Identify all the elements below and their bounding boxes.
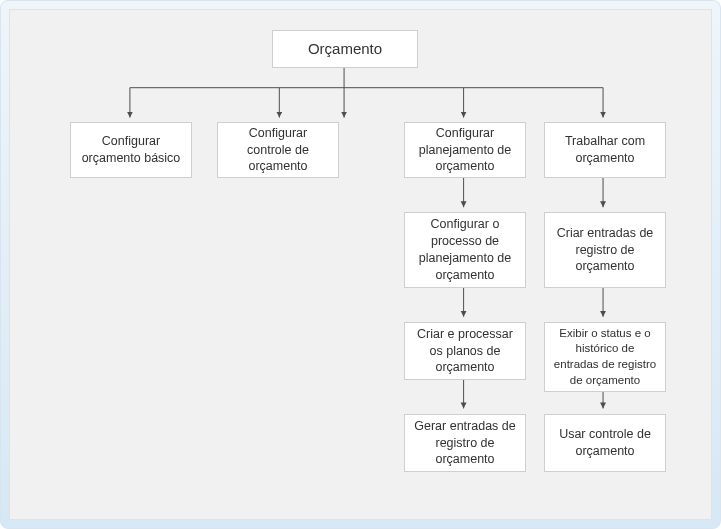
node-configurar-orcamento-basico: Configurar orçamento básico	[70, 122, 192, 178]
node-configurar-planejamento-orcamento: Configurar planejamento de orçamento	[404, 122, 526, 178]
node-criar-entradas-registro: Criar entradas de registro de orçamento	[544, 212, 666, 288]
node-label: Criar entradas de registro de orçamento	[553, 225, 657, 276]
node-label: Configurar o processo de planejamento de…	[413, 216, 517, 284]
node-criar-processar-planos: Criar e processar os planos de orçamento	[404, 322, 526, 380]
diagram-canvas: Orçamento Configurar orçamento básico Co…	[9, 9, 712, 520]
node-label: Usar controle de orçamento	[553, 426, 657, 460]
node-configurar-controle-orcamento: Configurar controle de orçamento	[217, 122, 339, 178]
diagram-frame: Orçamento Configurar orçamento básico Co…	[0, 0, 721, 529]
node-label: Orçamento	[308, 39, 382, 59]
node-label: Criar e processar os planos de orçamento	[413, 326, 517, 377]
node-configurar-processo-planejamento: Configurar o processo de planejamento de…	[404, 212, 526, 288]
node-root-orcamento: Orçamento	[272, 30, 418, 68]
node-label: Exibir o status e o histórico de entrada…	[553, 326, 657, 388]
node-label: Configurar controle de orçamento	[226, 125, 330, 176]
node-label: Trabalhar com orçamento	[553, 133, 657, 167]
node-label: Configurar orçamento básico	[79, 133, 183, 167]
node-exibir-status-historico: Exibir o status e o histórico de entrada…	[544, 322, 666, 392]
node-usar-controle-orcamento: Usar controle de orçamento	[544, 414, 666, 472]
node-trabalhar-com-orcamento: Trabalhar com orçamento	[544, 122, 666, 178]
node-gerar-entradas-registro: Gerar entradas de registro de orçamento	[404, 414, 526, 472]
node-label: Gerar entradas de registro de orçamento	[413, 418, 517, 469]
node-label: Configurar planejamento de orçamento	[413, 125, 517, 176]
